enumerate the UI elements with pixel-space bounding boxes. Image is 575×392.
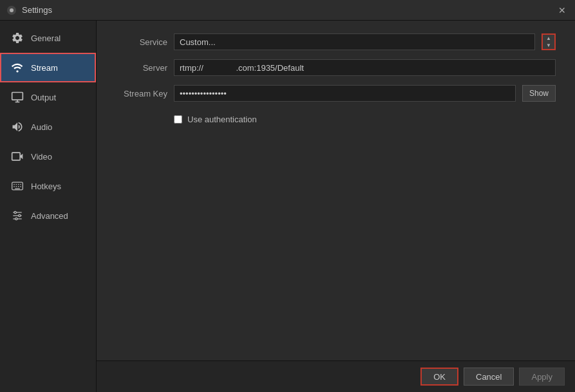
auth-label: Use authentication [187,115,257,124]
sidebar-item-hotkeys-label: Hotkeys [31,182,61,191]
server-row: Server [116,59,556,76]
sidebar-item-stream[interactable]: Stream [0,53,96,82]
auth-checkbox[interactable] [174,115,182,124]
sidebar-item-stream-label: Stream [31,63,58,73]
stream-icon [10,61,24,75]
cancel-button[interactable]: Cancel [464,368,514,386]
spinner-down-button[interactable]: ▼ [543,42,554,49]
video-icon [10,149,24,163]
sidebar-item-output[interactable]: Output [0,82,96,112]
sidebar-item-video[interactable]: Video [0,142,96,171]
ok-button[interactable]: OK [420,368,458,386]
sidebar-item-audio[interactable]: Audio [0,112,96,142]
stream-key-label: Stream Key [116,89,167,98]
service-input[interactable] [174,33,535,50]
bottom-bar: OK Cancel Apply [97,360,575,392]
close-button[interactable]: ✕ [556,4,569,17]
advanced-icon [10,209,24,223]
main-layout: General Stream Output [0,21,575,392]
sidebar-item-advanced[interactable]: Advanced [0,201,96,230]
stream-key-input[interactable] [174,85,516,102]
svg-rect-3 [12,93,23,100]
svg-point-2 [16,70,18,72]
service-row: Service ▲ ▼ [116,33,556,50]
sidebar: General Stream Output [0,21,97,392]
window-title: Settings [22,5,556,15]
output-icon [10,90,24,104]
sidebar-item-general[interactable]: General [0,23,96,53]
sidebar-item-video-label: Video [31,152,52,162]
sidebar-item-hotkeys[interactable]: Hotkeys [0,171,96,201]
svg-point-21 [14,211,16,213]
general-icon [10,31,24,45]
app-icon [6,5,17,15]
sidebar-item-audio-label: Audio [31,122,52,132]
spinner-up-button[interactable]: ▲ [543,35,554,42]
svg-rect-6 [12,153,21,160]
auth-row: Use authentication [116,115,556,124]
server-label: Server [116,63,167,73]
show-button[interactable]: Show [522,85,556,102]
server-input[interactable] [174,59,556,76]
svg-point-1 [10,8,14,12]
stream-form: Service ▲ ▼ Server Stream Key Show [97,21,575,360]
apply-button[interactable]: Apply [519,368,565,386]
service-spinner[interactable]: ▲ ▼ [542,33,556,50]
sidebar-item-general-label: General [31,33,61,43]
sidebar-item-output-label: Output [31,93,56,102]
stream-key-row: Stream Key Show [116,85,556,102]
svg-point-23 [15,218,17,219]
sidebar-item-advanced-label: Advanced [31,211,68,221]
service-label: Service [116,37,167,47]
titlebar: Settings ✕ [0,0,575,21]
content-area: Service ▲ ▼ Server Stream Key Show [97,21,575,392]
svg-point-22 [19,214,21,216]
audio-icon [10,120,24,134]
hotkeys-icon [10,179,24,193]
